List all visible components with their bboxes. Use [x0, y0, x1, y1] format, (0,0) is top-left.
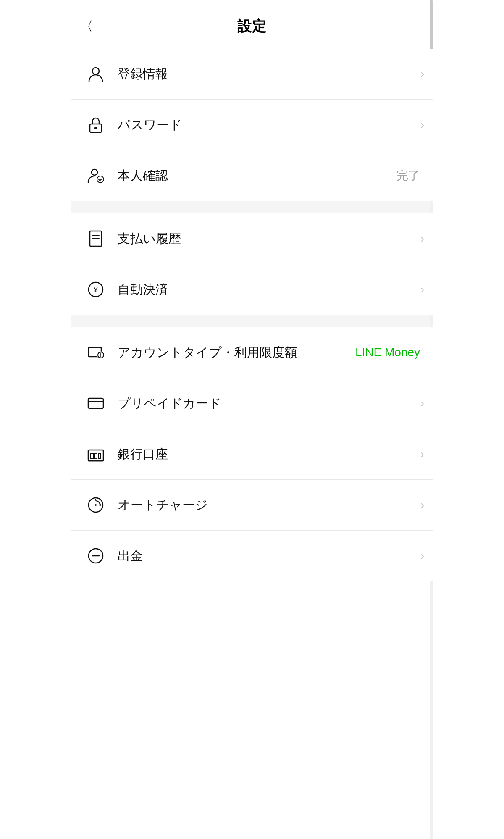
document-icon — [84, 227, 108, 250]
account-type-status: LINE Money — [355, 346, 420, 359]
menu-item-account-type[interactable]: アカウントタイプ・利用限度額 LINE Money — [71, 327, 433, 378]
withdraw-chevron: › — [420, 549, 424, 563]
svg-point-2 — [94, 127, 97, 129]
svg-rect-19 — [91, 453, 93, 458]
password-label: パスワード — [118, 116, 416, 134]
payment-history-chevron: › — [420, 232, 424, 245]
menu-item-auto-charge[interactable]: オートチャージ › — [71, 480, 433, 531]
lock-icon — [84, 113, 108, 137]
account-type-icon — [84, 341, 108, 364]
auto-charge-icon — [84, 493, 108, 517]
identity-status: 完了 — [396, 168, 420, 184]
menu-item-password[interactable]: パスワード › — [71, 100, 433, 150]
page-title: 設定 — [237, 17, 267, 36]
menu-item-auto-payment[interactable]: ¥ 自動決済 › — [71, 264, 433, 315]
section-money: アカウントタイプ・利用限度額 LINE Money プリペイドカード › — [71, 327, 433, 581]
menu-item-bank-account[interactable]: 銀行口座 › — [71, 429, 433, 480]
prepaid-card-label: プリペイドカード — [118, 395, 416, 412]
section-gap-2 — [71, 315, 433, 327]
svg-rect-21 — [98, 453, 101, 458]
identity-label: 本人確認 — [118, 167, 396, 184]
section-account: 登録情報 › パスワード › — [71, 49, 433, 201]
user-icon — [84, 62, 108, 86]
menu-item-withdraw[interactable]: 出金 › — [71, 531, 433, 581]
bank-account-chevron: › — [420, 447, 424, 461]
auto-payment-label: 自動決済 — [118, 281, 416, 298]
svg-rect-20 — [94, 453, 97, 458]
svg-point-4 — [97, 176, 104, 183]
section-gap-1 — [71, 201, 433, 213]
user-verified-icon — [84, 164, 108, 187]
bank-account-label: 銀行口座 — [118, 446, 416, 463]
withdraw-icon — [84, 544, 108, 568]
menu-item-payment-history[interactable]: 支払い履歴 › — [71, 213, 433, 264]
svg-point-0 — [92, 68, 99, 74]
menu-item-identity[interactable]: 本人確認 完了 — [71, 150, 433, 201]
svg-point-24 — [95, 504, 97, 506]
registration-label: 登録情報 — [118, 66, 416, 83]
menu-item-prepaid-card[interactable]: プリペイドカード › — [71, 378, 433, 429]
withdraw-label: 出金 — [118, 547, 416, 565]
yen-circle-icon: ¥ — [84, 278, 108, 301]
registration-chevron: › — [420, 67, 424, 81]
header: 〈 設定 — [71, 0, 433, 49]
account-type-label: アカウントタイプ・利用限度額 — [118, 344, 355, 361]
card-icon — [84, 392, 108, 415]
auto-charge-label: オートチャージ — [118, 497, 416, 514]
svg-text:¥: ¥ — [93, 286, 98, 294]
section-payment: 支払い履歴 › ¥ 自動決済 › — [71, 213, 433, 315]
svg-rect-16 — [88, 398, 103, 408]
payment-history-label: 支払い履歴 — [118, 230, 416, 247]
menu-item-registration[interactable]: 登録情報 › — [71, 49, 433, 100]
svg-point-3 — [92, 169, 97, 175]
bank-icon — [84, 442, 108, 466]
auto-payment-chevron: › — [420, 283, 424, 296]
prepaid-card-chevron: › — [420, 397, 424, 410]
auto-charge-chevron: › — [420, 498, 424, 512]
back-button[interactable]: 〈 — [80, 20, 93, 33]
password-chevron: › — [420, 118, 424, 132]
